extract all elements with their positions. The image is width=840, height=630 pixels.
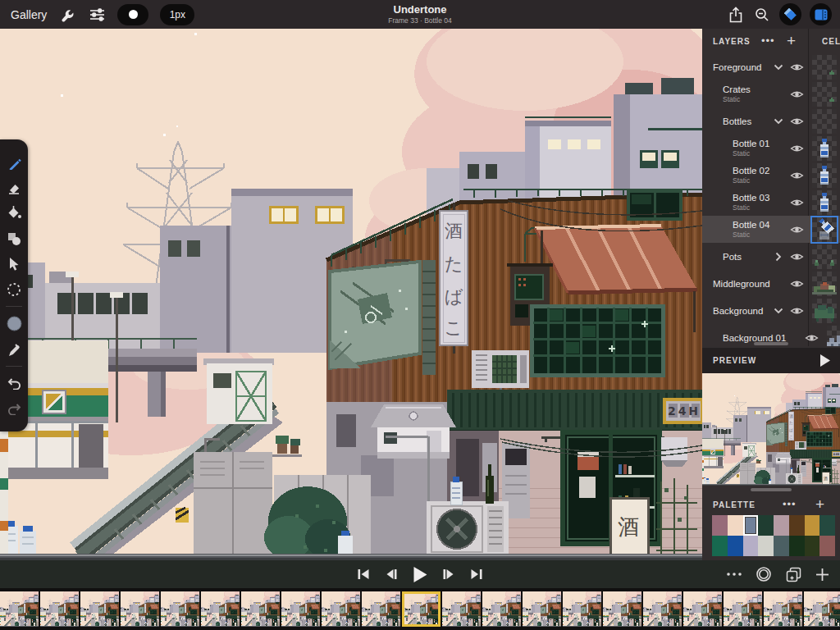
- palette-swatch-12[interactable]: [758, 536, 774, 556]
- skip-to-start-button[interactable]: [358, 568, 370, 580]
- timeline-frame[interactable]: [563, 591, 601, 627]
- palette-swatch-8[interactable]: [819, 515, 835, 536]
- layer-visibility-eye-icon[interactable]: [786, 144, 808, 153]
- layer-visibility-eye-icon[interactable]: [786, 279, 808, 289]
- timeline-frame[interactable]: [80, 591, 119, 627]
- layer-cel-thumbnail[interactable]: [812, 217, 837, 242]
- preview-resize-handle[interactable]: [751, 488, 792, 491]
- layer-row-bottle-02[interactable]: Bottle 02Static: [702, 162, 840, 189]
- layer-cel-thumbnail[interactable]: [812, 190, 837, 215]
- timeline-frame[interactable]: [40, 591, 79, 627]
- layer-visibility-eye-icon[interactable]: [786, 225, 808, 235]
- timeline-frame[interactable]: [643, 591, 682, 627]
- timeline-frame[interactable]: [281, 591, 320, 627]
- layer-visibility-eye-icon[interactable]: [786, 252, 808, 262]
- layers-scroll-handle[interactable]: [754, 342, 788, 345]
- layer-row-pots[interactable]: Pots: [702, 243, 840, 270]
- timeline-frame-selected[interactable]: [402, 591, 441, 627]
- palette-swatch-10[interactable]: [728, 536, 743, 556]
- shapes-tool[interactable]: [5, 230, 23, 248]
- color-well-tool[interactable]: [5, 315, 23, 333]
- timeline-frame[interactable]: [121, 591, 159, 627]
- drawing-canvas[interactable]: [0, 29, 702, 560]
- layer-row-background[interactable]: Background: [702, 297, 840, 324]
- chevron-down-icon[interactable]: [771, 64, 786, 71]
- move-tool[interactable]: [5, 255, 23, 273]
- layer-row-bottle-01[interactable]: Bottle 01Static: [702, 135, 840, 162]
- timeline-frame[interactable]: [322, 591, 360, 627]
- layer-visibility-eye-icon[interactable]: [786, 171, 808, 180]
- layer-visibility-eye-icon[interactable]: [786, 89, 808, 99]
- timeline-frame[interactable]: [523, 591, 561, 627]
- timeline-frame[interactable]: [683, 591, 722, 627]
- layer-visibility-eye-icon[interactable]: [786, 62, 808, 72]
- wrench-icon[interactable]: [58, 6, 76, 24]
- layer-row-bottle-04[interactable]: Bottle 04Static: [702, 216, 840, 243]
- layer-visibility-eye-icon[interactable]: [801, 333, 823, 343]
- layer-cel-thumbnail[interactable]: [812, 109, 837, 134]
- add-frame-button[interactable]: [815, 568, 829, 582]
- timeline-frame[interactable]: [201, 591, 240, 627]
- select-tool[interactable]: [5, 281, 23, 299]
- add-layer-button[interactable]: +: [787, 34, 796, 48]
- layer-cel-thumbnail[interactable]: [812, 272, 837, 296]
- redo-tool[interactable]: [5, 399, 23, 418]
- timeline-frame[interactable]: [764, 591, 802, 627]
- layers-more-button[interactable]: •••: [761, 37, 775, 45]
- settings-sliders-icon[interactable]: [88, 6, 106, 24]
- undo-tool[interactable]: [5, 374, 23, 392]
- chevron-down-icon[interactable]: [771, 118, 786, 125]
- timeline-frame[interactable]: [442, 591, 481, 627]
- play-button[interactable]: [413, 567, 427, 582]
- chevron-down-icon[interactable]: [771, 308, 786, 314]
- layer-visibility-eye-icon[interactable]: [786, 116, 808, 126]
- layer-visibility-eye-icon[interactable]: [786, 306, 808, 316]
- palette-swatch-3[interactable]: [743, 515, 759, 536]
- duplicate-frame-button[interactable]: [786, 567, 801, 582]
- palette-swatch-6[interactable]: [789, 515, 805, 536]
- zoom-out-icon[interactable]: [753, 6, 771, 24]
- skip-to-end-button[interactable]: [471, 568, 483, 580]
- layer-cel-thumbnail[interactable]: [812, 244, 837, 269]
- layer-cel-thumbnail[interactable]: [812, 136, 837, 161]
- layer-cel-thumbnail[interactable]: [812, 299, 837, 323]
- palette-swatch-11[interactable]: [743, 536, 759, 556]
- layer-visibility-eye-icon[interactable]: [786, 198, 808, 208]
- brush-shape-button[interactable]: [117, 4, 148, 25]
- timeline-more-button[interactable]: [727, 573, 742, 576]
- layer-cel-thumbnail[interactable]: [812, 163, 837, 188]
- palette-swatch-16[interactable]: [819, 536, 835, 556]
- layer-row-middleground[interactable]: Middleground: [702, 270, 840, 297]
- next-frame-button[interactable]: [443, 568, 455, 580]
- layer-cel-thumbnail[interactable]: [812, 82, 837, 107]
- layer-row-foreground[interactable]: Foreground: [702, 53, 840, 80]
- onion-skin-button[interactable]: [756, 566, 772, 582]
- layer-row-bottle-03[interactable]: Bottle 03Static: [702, 189, 840, 216]
- palette-more-button[interactable]: •••: [783, 500, 797, 509]
- timeline-frame[interactable]: [603, 591, 641, 627]
- layer-cel-thumbnail[interactable]: [827, 326, 840, 347]
- dither-diamond-button[interactable]: [779, 3, 801, 25]
- palette-swatch-15[interactable]: [805, 536, 820, 556]
- previous-frame-button[interactable]: [386, 568, 398, 580]
- timeline-frame[interactable]: [804, 591, 840, 627]
- palette-swatch-5[interactable]: [774, 515, 789, 536]
- eraser-tool[interactable]: [5, 179, 23, 197]
- palette-swatch-9[interactable]: [712, 536, 728, 556]
- chevron-right-icon[interactable]: [771, 252, 786, 262]
- eyedropper-tool[interactable]: [5, 340, 23, 358]
- palette-swatch-2[interactable]: [728, 515, 743, 536]
- fill-tool[interactable]: [5, 204, 23, 222]
- palette-swatch-14[interactable]: [789, 536, 805, 556]
- timeline-frame[interactable]: [362, 591, 400, 627]
- timeline-frame[interactable]: [161, 591, 199, 627]
- palette-swatch-13[interactable]: [774, 536, 789, 556]
- timeline-frame[interactable]: [0, 591, 39, 627]
- layers-panel-toggle-button[interactable]: [810, 3, 832, 25]
- layer-row-bottles[interactable]: Bottles: [702, 107, 840, 135]
- add-color-button[interactable]: +: [815, 498, 824, 511]
- pencil-tool[interactable]: [5, 153, 23, 171]
- timeline-frame[interactable]: [482, 591, 521, 627]
- share-icon[interactable]: [727, 6, 745, 24]
- timeline-frame[interactable]: [724, 591, 762, 627]
